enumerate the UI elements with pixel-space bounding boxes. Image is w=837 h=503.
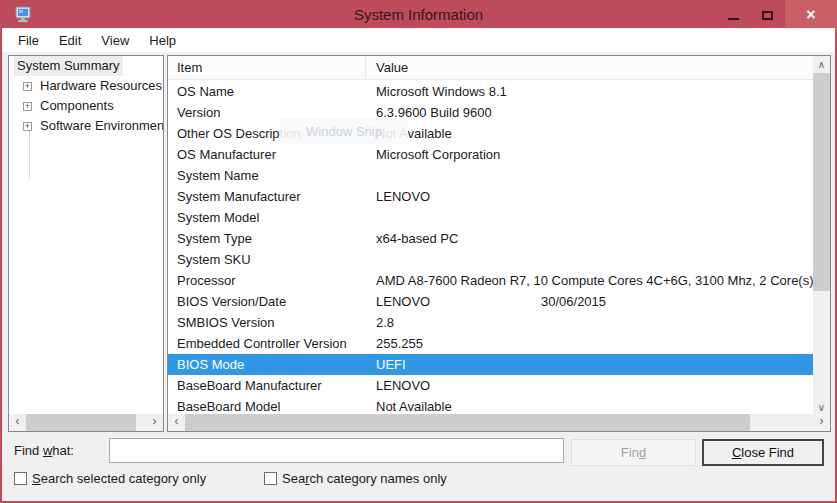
column-header-value[interactable]: Value [366,56,813,79]
table-row[interactable]: Processor AMD A8-7600 Radeon R7, 10 Comp… [168,270,813,291]
row-value-cell: LENOVO30/06/2015 [366,291,813,312]
table-row[interactable]: System Name [168,165,813,186]
tree-hscroll-thumb[interactable] [26,414,136,431]
row-value-cell: Microsoft Windows 8.1 [366,81,813,102]
scroll-right-icon[interactable]: › [813,414,830,431]
details-horizontal-scrollbar[interactable]: ‹ › [168,414,830,431]
row-item-cell: SMBIOS Version [168,312,366,333]
tree-item-label: Software Environment [37,116,163,136]
tree-item-label: System Summary [14,56,123,76]
row-value-cell: AMD A8-7600 Radeon R7, 10 Compute Cores … [366,270,813,291]
row-value-cell: LENOVO [366,186,813,207]
search-selected-category-label: Search selected category only [32,471,206,486]
tree-item-label: Hardware Resources [37,76,163,96]
row-value-cell: Microsoft Corporation [366,144,813,165]
category-tree-panel: System Summary + Hardware Resources + Co… [8,55,164,432]
details-panel: Item Value OS Name Microsoft Windows 8.1… [167,55,831,432]
row-value-cell: LENOVO [366,375,813,396]
row-item-cell: System Model [168,207,366,228]
window-title: System Information [0,6,837,23]
row-value-text: x64-based PC [376,231,458,246]
scroll-left-icon[interactable]: ‹ [168,414,185,431]
row-value-cell: x64-based PC [366,228,813,249]
expand-plus-icon[interactable]: + [23,102,32,111]
row-value-cell: 255.255 [366,333,813,354]
scroll-right-icon[interactable]: › [146,414,163,431]
row-item-cell: OS Manufacturer [168,144,366,165]
search-selected-category-option[interactable]: Search selected category only [14,471,206,486]
maximize-button[interactable] [750,0,785,30]
table-row[interactable]: BIOS Version/Date LENOVO30/06/2015 [168,291,813,312]
row-item-cell: System Name [168,165,366,186]
row-value-text: 2.8 [376,315,394,330]
table-row[interactable]: System Model [168,207,813,228]
find-bar: Find what: Find Close Find [2,433,835,469]
table-row[interactable]: OS Manufacturer Microsoft Corporation [168,144,813,165]
tree-item-label: Components [37,96,117,116]
row-value-cell [366,207,813,228]
details-table: OS Name Microsoft Windows 8.1 Version 6.… [168,81,813,417]
close-button[interactable]: × [785,0,837,30]
menu-view[interactable]: View [91,29,139,52]
table-header: Item Value [168,56,813,80]
row-value-cell: Not Available [366,123,813,144]
table-row[interactable]: SMBIOS Version 2.8 [168,312,813,333]
close-find-button[interactable]: Close Find [702,439,824,466]
row-value-text: Microsoft Windows 8.1 [376,84,507,99]
search-category-names-checkbox[interactable] [264,472,277,485]
find-button[interactable]: Find [571,439,696,466]
window-snip-ghost-text: Window Snip [306,124,382,139]
details-vscroll-thumb[interactable] [813,73,830,291]
menu-file[interactable]: File [8,29,49,52]
tree-item[interactable]: + Software Environment [9,116,163,136]
category-tree: System Summary + Hardware Resources + Co… [9,56,163,414]
details-vertical-scrollbar[interactable]: ∧ ∨ [813,56,830,416]
expand-plus-icon[interactable]: + [23,122,32,131]
scroll-left-icon[interactable]: ‹ [9,414,26,431]
tree-item[interactable]: + Hardware Resources [9,76,163,96]
search-selected-category-checkbox[interactable] [14,472,27,485]
system-information-window: System Information × File Edit View Help… [0,0,837,503]
row-item-cell: System Manufacturer [168,186,366,207]
table-row[interactable]: Other OS Description Not Available [168,123,813,144]
table-row[interactable]: Embedded Controller Version 255.255 [168,333,813,354]
close-icon: × [806,7,815,23]
column-header-item[interactable]: Item [168,56,366,79]
menu-edit[interactable]: Edit [49,29,91,52]
menu-help[interactable]: Help [139,29,186,52]
table-row[interactable]: System SKU [168,249,813,270]
tree-item[interactable]: System Summary [9,56,163,76]
row-item-cell: Processor [168,270,366,291]
row-value-secondary-text: 30/06/2015 [541,291,606,312]
menu-bar: File Edit View Help [2,28,835,53]
minimize-button[interactable] [716,0,750,30]
scroll-up-icon[interactable]: ∧ [813,56,830,73]
tree-item[interactable]: + Components [9,96,163,116]
find-input[interactable] [109,438,564,463]
row-item-cell: Embedded Controller Version [168,333,366,354]
search-options-row: Search selected category only Search cat… [2,469,835,497]
row-item-cell: System SKU [168,249,366,270]
table-row[interactable]: System Manufacturer LENOVO [168,186,813,207]
title-bar[interactable]: System Information × [0,0,837,30]
table-row[interactable]: Version 6.3.9600 Build 9600 [168,102,813,123]
table-row[interactable]: OS Name Microsoft Windows 8.1 [168,81,813,102]
row-value-cell [366,165,813,186]
window-controls: × [716,0,837,30]
window-snip-ghost-overlay: Window Snip [280,118,408,144]
expand-plus-icon[interactable]: + [23,82,32,91]
row-item-cell: System Type [168,228,366,249]
row-value-cell: 6.3.9600 Build 9600 [366,102,813,123]
table-row[interactable]: BIOS Mode UEFI [168,354,813,375]
table-row[interactable]: BaseBoard Manufacturer LENOVO [168,375,813,396]
details-hscroll-thumb[interactable] [185,414,750,431]
search-category-names-label: Search category names only [282,471,447,486]
row-value-cell: UEFI [366,354,813,375]
tree-horizontal-scrollbar[interactable]: ‹ › [9,414,163,431]
search-category-names-option[interactable]: Search category names only [264,471,447,486]
row-value-text: AMD A8-7600 Radeon R7, 10 Compute Cores … [376,273,813,288]
row-item-cell: BIOS Version/Date [168,291,366,312]
table-row[interactable]: System Type x64-based PC [168,228,813,249]
find-what-label: Find what: [14,443,74,458]
minimize-icon [728,18,739,20]
